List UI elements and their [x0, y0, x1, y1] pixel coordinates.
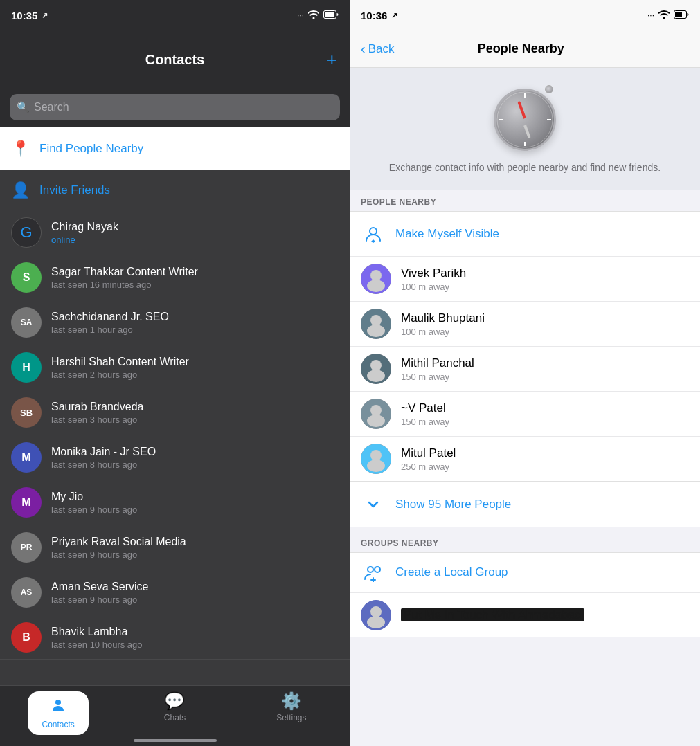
put-me-info: Put Me In Touch With Ahmedabad	[401, 608, 584, 622]
contact-status: last seen 9 hours ago	[51, 594, 149, 605]
search-icon: 🔍	[17, 101, 30, 113]
show-more-row[interactable]: Show 95 More People	[350, 482, 700, 527]
contact-status: last seen 9 hours ago	[51, 504, 137, 515]
person-distance: 100 m away	[401, 327, 485, 337]
person-info: ~V Patel 150 m away	[401, 401, 449, 427]
person-name: Maulik Bhuptani	[401, 311, 485, 325]
svg-point-25	[367, 460, 385, 472]
right-nav-bar: ‹ Back People Nearby	[350, 30, 700, 68]
search-bar[interactable]: 🔍 Search	[0, 89, 350, 127]
list-item[interactable]: B Bhavik Lambha last seen 10 hours ago	[0, 615, 350, 660]
list-item[interactable]: SB Saurab Brandveda last seen 3 hours ag…	[0, 390, 350, 435]
home-indicator	[134, 739, 217, 742]
person-plus-icon: 👤	[11, 181, 30, 199]
person-vpatel[interactable]: ~V Patel 150 m away	[350, 392, 700, 437]
person-name: Mithil Panchal	[401, 356, 474, 370]
person-info: Mitul Patel 250 m away	[401, 446, 456, 472]
person-info: Mithil Panchal 150 m away	[401, 356, 474, 382]
avatar: B	[11, 622, 42, 653]
groups-nearby-header: GROUPS NEARBY	[350, 527, 700, 552]
back-label: Back	[368, 42, 395, 56]
make-myself-visible-row[interactable]: Make Myself Visible	[350, 212, 700, 257]
contact-info: Aman Seva Service last seen 9 hours ago	[51, 581, 149, 605]
invite-friends-label: Invite Friends	[39, 183, 110, 197]
tab-settings[interactable]: ⚙️ Settings	[233, 691, 350, 722]
battery-icon	[323, 10, 339, 21]
settings-tab-icon: ⚙️	[281, 691, 302, 711]
list-item[interactable]: PR Priyank Raval Social Media last seen …	[0, 525, 350, 570]
svg-rect-4	[675, 12, 682, 17]
contact-name: Monika Jain - Jr SEO	[51, 446, 156, 458]
contact-name: Chirag Nayak	[51, 221, 118, 233]
contact-status: last seen 2 hours ago	[51, 370, 189, 380]
svg-point-22	[367, 415, 385, 427]
invite-friends-row[interactable]: 👤 Invite Friends	[0, 170, 350, 210]
contact-name: Bhavik Lambha	[51, 626, 143, 638]
left-status-bar: 10:35 ↗ ···	[0, 0, 350, 30]
svg-point-30	[367, 616, 385, 628]
avatar	[361, 354, 391, 384]
list-item[interactable]: M My Jio last seen 9 hours ago	[0, 480, 350, 525]
chevron-left-icon: ‹	[361, 41, 366, 57]
person-name: ~V Patel	[401, 401, 449, 415]
person-info: Vivek Parikh 100 m away	[401, 266, 466, 292]
person-mithil[interactable]: Mithil Panchal 150 m away	[350, 347, 700, 392]
person-maulik[interactable]: Maulik Bhuptani 100 m away	[350, 302, 700, 347]
right-location-arrow-icon: ↗	[391, 11, 397, 20]
left-status-time: 10:35 ↗	[11, 10, 48, 21]
chats-tab-icon: 💬	[164, 691, 185, 711]
contact-status: last seen 3 hours ago	[51, 415, 143, 425]
put-me-in-touch-row[interactable]: Put Me In Touch With Ahmedabad	[350, 592, 700, 637]
create-local-group-row[interactable]: Create a Local Group	[350, 552, 700, 592]
svg-point-29	[370, 606, 382, 617]
put-me-name: Put Me In Touch With Ahmedabad	[401, 608, 584, 622]
show-more-label: Show 95 More People	[395, 498, 511, 511]
find-people-nearby-row[interactable]: 📍 Find People Nearby	[0, 127, 350, 170]
person-distance: 150 m away	[401, 417, 449, 427]
svg-point-13	[367, 280, 385, 292]
contact-name: Saurab Brandveda	[51, 401, 143, 413]
contact-info: Chirag Nayak online	[51, 221, 118, 245]
list-item[interactable]: H Harshil Shah Content Writer last seen …	[0, 345, 350, 390]
chevron-down-icon	[361, 492, 386, 517]
list-item[interactable]: S Sagar Thakkar Content Writer last seen…	[0, 255, 350, 300]
tab-chats[interactable]: 💬 Chats	[116, 691, 233, 722]
contact-info: My Jio last seen 9 hours ago	[51, 491, 137, 515]
contact-name: My Jio	[51, 491, 137, 503]
avatar	[361, 399, 391, 429]
create-group-icon	[361, 563, 386, 582]
make-visible-label: Make Myself Visible	[395, 227, 499, 241]
person-mitul[interactable]: Mitul Patel 250 m away	[350, 437, 700, 481]
list-item[interactable]: AS Aman Seva Service last seen 9 hours a…	[0, 570, 350, 615]
tab-settings-label: Settings	[276, 713, 306, 722]
svg-point-10	[370, 228, 377, 235]
add-contact-button[interactable]: +	[327, 51, 337, 69]
avatar	[361, 264, 391, 294]
list-item[interactable]: M Monika Jain - Jr SEO last seen 8 hours…	[0, 435, 350, 480]
person-name: Vivek Parikh	[401, 266, 466, 280]
make-visible-icon	[361, 221, 386, 246]
list-item[interactable]: G Chirag Nayak online	[0, 210, 350, 255]
svg-point-24	[370, 450, 382, 461]
contact-status: last seen 16 minutes ago	[51, 280, 198, 290]
people-nearby-header: PEOPLE NEARBY	[350, 190, 700, 211]
svg-point-16	[367, 325, 385, 337]
back-button[interactable]: ‹ Back	[361, 41, 394, 57]
person-vivek[interactable]: Vivek Parikh 100 m away	[350, 257, 700, 302]
list-item[interactable]: SA Sachchidanand Jr. SEO last seen 1 hou…	[0, 300, 350, 345]
hero-section: Exchange contact info with people nearby…	[350, 68, 700, 190]
tab-bar: Contacts 💬 Chats ⚙️ Settings	[0, 685, 350, 746]
location-pin-icon: 📍	[11, 140, 30, 158]
contact-info: Sagar Thakkar Content Writer last seen 1…	[51, 266, 198, 290]
contact-name: Sagar Thakkar Content Writer	[51, 266, 198, 278]
avatar	[361, 444, 391, 474]
contact-name: Harshil Shah Content Writer	[51, 356, 189, 368]
tab-contacts[interactable]: Contacts	[0, 691, 116, 735]
svg-point-12	[370, 270, 382, 281]
avatar: PR	[11, 532, 42, 563]
contact-status: last seen 8 hours ago	[51, 460, 156, 470]
avatar: SA	[11, 307, 42, 338]
tab-contacts-label: Contacts	[42, 720, 74, 729]
contact-status: last seen 1 hour ago	[51, 325, 169, 335]
page-title: People Nearby	[394, 42, 647, 56]
